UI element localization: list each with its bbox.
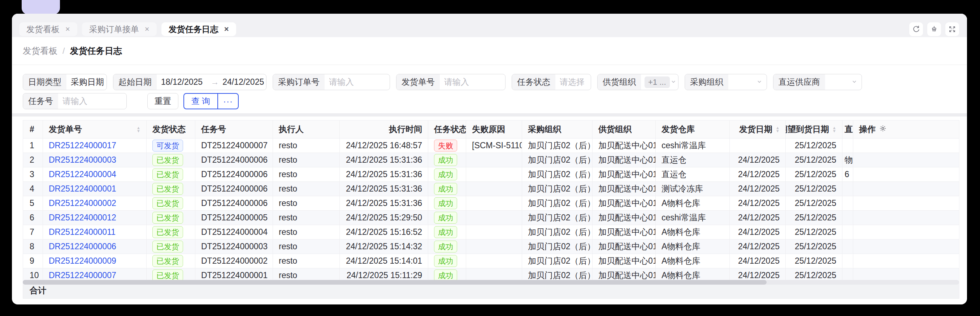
start-date-value[interactable]: 18/12/2025 [157, 77, 207, 87]
cell-warehouse: A物料仓库 [656, 254, 730, 268]
shipment-no-link[interactable]: DR251224000007 [49, 270, 116, 280]
supply-org-select[interactable]: 供货组织 +1 ... [597, 74, 678, 90]
shipment-no-link[interactable]: DR251224000003 [49, 155, 116, 165]
tab-shipping-board[interactable]: 发货看板 × [19, 22, 77, 36]
col-index: # [23, 121, 43, 138]
table-row: 2 DR251224000003 已发货 DT251224000006 rest… [23, 153, 959, 167]
shipment-no-link[interactable]: DR251224000006 [49, 242, 116, 251]
table-header: # 发货单号 ▲▼ 发货状态 任务号 执行人 执行时间 [23, 121, 959, 138]
date-type-select[interactable]: 日期类型 采购日期 [23, 74, 107, 90]
cell-direct-supplier-clipped [842, 225, 853, 240]
cell-expect-date: 25/12/2025 [786, 196, 842, 211]
cell-exec-time: 24/12/2025 16:48:57 [340, 138, 428, 153]
fullscreen-button[interactable] [945, 22, 959, 36]
task-status-label: 任务状态 [512, 74, 555, 90]
cell-actions [853, 182, 959, 196]
cell-actions [853, 167, 959, 182]
shipment-no-link[interactable]: DR251224000001 [49, 184, 116, 193]
date-range-picker[interactable]: 起始日期 18/12/2025 → 24/12/2025 [113, 74, 266, 90]
close-icon[interactable]: × [65, 25, 70, 34]
shipment-no-link[interactable]: DR251224000002 [49, 198, 116, 208]
shipment-no-link[interactable]: DR251224000009 [49, 256, 116, 265]
cell-direct-supplier-clipped [842, 211, 853, 225]
breadcrumb-separator: / [62, 46, 65, 56]
task-number-label: 任务号 [23, 94, 58, 109]
date-range-label: 起始日期 [113, 74, 157, 90]
cell-exec-time: 24/12/2025 15:16:52 [340, 225, 428, 240]
table-row: 6 DR251224000012 已发货 DT251224000005 rest… [23, 211, 959, 225]
horizontal-scrollbar-track[interactable] [23, 280, 959, 284]
ship-status-badge: 已发货 [153, 197, 183, 209]
col-exec-time-label: 执行时间 [389, 124, 422, 135]
breadcrumb-parent[interactable]: 发货看板 [23, 45, 57, 57]
cell-ship-date: 24/12/2025 [730, 254, 786, 268]
shipment-no-link[interactable]: DR251224000012 [49, 213, 116, 222]
cell-ship-status: 已发货 [146, 153, 195, 167]
cell-exec-time: 24/12/2025 15:14:01 [340, 254, 428, 268]
close-icon[interactable]: × [224, 25, 229, 34]
col-actions: 操作 [853, 121, 959, 138]
cell-ship-no: DR251224000009 [43, 254, 146, 268]
col-ship-date[interactable]: 发货日期 ▲▼ [730, 121, 786, 138]
cell-expect-date: 25/12/2025 [786, 211, 842, 225]
end-date-value[interactable]: 24/12/2025 [223, 77, 266, 87]
cell-exec-time: 24/12/2025 15:31:36 [340, 182, 428, 196]
col-task-no: 任务号 [195, 121, 273, 138]
purchase-org-select[interactable]: 采购组织 [685, 74, 767, 90]
breadcrumb: 发货看板 / 发货任务日志 [12, 37, 967, 65]
task-number-input[interactable] [58, 96, 126, 106]
cell-supply-org: 加贝配送中心01 [593, 196, 656, 211]
tab-po-receiving[interactable]: 采购订单接单 × [82, 22, 157, 36]
cell-purchase-org: 加贝门店02（后） [522, 138, 593, 153]
cell-purchase-org: 加贝门店02（后） [522, 167, 593, 182]
task-status-select[interactable]: 任务状态 请选择 [512, 74, 591, 90]
cell-executor: resto [273, 254, 340, 268]
ship-number-input[interactable] [440, 77, 505, 87]
cell-fail-reason [466, 254, 522, 268]
sort-icon[interactable]: ▲▼ [776, 126, 780, 133]
cell-ship-date: 24/12/2025 [730, 182, 786, 196]
sort-icon[interactable]: ▲▼ [137, 126, 140, 133]
close-icon[interactable]: × [145, 25, 150, 34]
cell-exec-time: 24/12/2025 15:31:36 [340, 196, 428, 211]
col-expect-date[interactable]: 期望到货日期 ▲▼ [786, 121, 842, 138]
range-arrow-icon: → [210, 77, 219, 87]
cell-ship-no: DR251224000006 [43, 240, 146, 254]
cell-ship-no: DR251224000011 [43, 225, 146, 240]
query-more-button[interactable]: ··· [218, 94, 238, 109]
ship-status-badge: 已发货 [153, 154, 183, 166]
col-actions-label: 操作 [859, 124, 876, 135]
po-number-input[interactable] [325, 77, 390, 87]
tab-shipping-task-log[interactable]: 发货任务日志 × [161, 22, 236, 36]
row-index: 4 [23, 182, 43, 196]
cell-warehouse: A物料仓库 [656, 196, 730, 211]
cell-supply-org: 加贝配送中心01 [593, 182, 656, 196]
task-number-field[interactable]: 任务号 [23, 93, 127, 109]
cell-ship-no: DR251224000004 [43, 167, 146, 182]
sort-icon[interactable]: ▲▼ [832, 126, 836, 133]
shipment-no-link[interactable]: DR251224000011 [49, 227, 116, 237]
shipment-no-link[interactable]: DR251224000004 [49, 170, 116, 179]
shipment-no-link[interactable]: DR251224000017 [49, 141, 116, 150]
po-number-field[interactable]: 采购订单号 [273, 74, 390, 90]
ship-status-badge: 已发货 [153, 226, 183, 238]
horizontal-scrollbar-thumb[interactable] [23, 280, 767, 284]
cell-actions [853, 240, 959, 254]
ship-number-field[interactable]: 发货单号 [396, 74, 506, 90]
col-warehouse: 发货仓库 [656, 121, 730, 138]
col-ship-no-label: 发货单号 [49, 124, 82, 135]
query-button[interactable]: 查询 [184, 94, 217, 109]
col-direct-supplier-clipped: 直运供应商 [842, 121, 853, 138]
clean-button[interactable] [927, 22, 941, 36]
direct-supplier-select[interactable]: 直运供应商 [773, 74, 862, 90]
gear-icon[interactable] [876, 124, 887, 135]
cell-supply-org: 加贝配送中心01 [593, 225, 656, 240]
col-ship-no[interactable]: 发货单号 ▲▼ [43, 121, 146, 138]
tab-label: 发货任务日志 [169, 24, 218, 35]
row-index: 9 [23, 254, 43, 268]
refresh-button[interactable] [909, 22, 923, 36]
clean-broom-icon [930, 25, 939, 33]
supply-org-tag: +1 ... [644, 76, 670, 88]
reset-button[interactable]: 重置 [147, 93, 178, 109]
table-row: 3 DR251224000004 已发货 DT251224000006 rest… [23, 167, 959, 182]
